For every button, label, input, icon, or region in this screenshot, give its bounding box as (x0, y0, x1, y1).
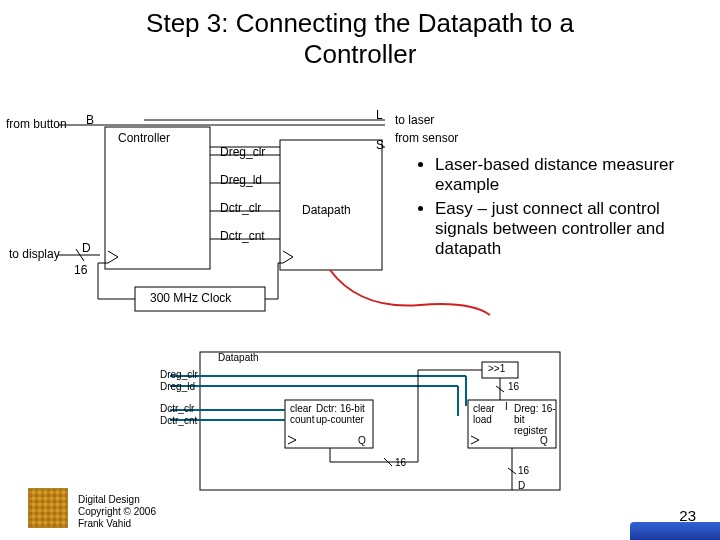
label-to-display: to display (9, 247, 60, 261)
label-load-dreg: load (473, 414, 492, 425)
title-line1: Step 3: Connecting the Datapath to a (146, 8, 574, 38)
bottom-diagram (0, 340, 720, 520)
label-from-button: from button (6, 117, 67, 131)
title-line2: Controller (304, 39, 417, 69)
label-dctr-cnt: Dctr_cnt (220, 229, 265, 243)
label-b-dctr-cnt: Dctr_cnt (160, 415, 197, 426)
label-bus16-mid: 16 (395, 457, 406, 468)
label-dreg-clr: Dreg_clr (220, 145, 265, 159)
label-dreg-ld: Dreg_ld (220, 173, 262, 187)
label-b-dreg-ld: Dreg_ld (160, 381, 195, 392)
label-clear-dctr: clear (290, 403, 312, 414)
label-count-dctr: count (290, 414, 314, 425)
decoration-bar (630, 522, 720, 540)
bullet-1: Laser-based distance measurer example (435, 155, 705, 195)
label-Q-dreg: Q (540, 435, 548, 446)
page-number: 23 (679, 507, 696, 524)
label-b-dctr-clr: Dctr_clr (160, 403, 194, 414)
label-bus16-out: 16 (518, 465, 529, 476)
label-bus16-shifter: 16 (508, 381, 519, 392)
label-D-out: D (518, 480, 525, 491)
label-controller: Controller (118, 131, 170, 145)
label-bus16-top: 16 (74, 263, 87, 277)
label-Q-dctr: Q (358, 435, 366, 446)
label-datapath-bottom: Datapath (218, 352, 259, 363)
label-dctr-box: Dctr: 16-bit up-counter (316, 403, 372, 425)
label-D: D (82, 241, 91, 255)
footer-credit: Digital Design Copyright © 2006 Frank Va… (78, 494, 156, 530)
label-dctr-clr: Dctr_clr (220, 201, 261, 215)
label-dreg-box: Dreg: 16-bit register (514, 403, 558, 436)
label-from-sensor: from sensor (395, 131, 458, 145)
credit-l1: Digital Design (78, 494, 140, 505)
credit-l3: Frank Vahid (78, 518, 131, 529)
label-clock: 300 MHz Clock (150, 291, 231, 305)
label-shift: >>1 (488, 363, 505, 374)
label-I: I (505, 401, 508, 412)
label-to-laser: to laser (395, 113, 434, 127)
logo-icon (28, 488, 68, 528)
bullet-list: Laser-based distance measurer example Ea… (395, 155, 705, 263)
diagram-stage: from button B Controller Datapath Dreg_c… (0, 105, 720, 540)
label-S: S (376, 138, 384, 152)
bullet-2: Easy – just connect all control signals … (435, 199, 705, 259)
svg-rect-3 (105, 127, 210, 269)
label-datapath-top: Datapath (302, 203, 351, 217)
label-clear-dreg: clear (473, 403, 495, 414)
credit-l2: Copyright © 2006 (78, 506, 156, 517)
label-b-dreg-clr: Dreg_clr (160, 369, 198, 380)
label-L: L (376, 108, 383, 122)
label-B: B (86, 113, 94, 127)
